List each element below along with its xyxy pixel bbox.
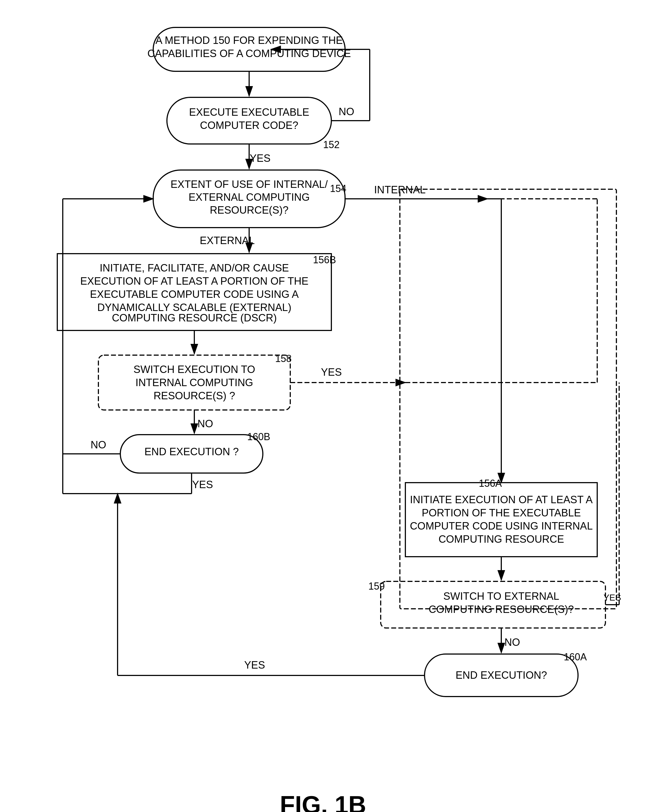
svg-text:NO: NO	[197, 418, 213, 429]
svg-text:NO: NO	[90, 439, 106, 450]
svg-text:COMPUTING RESOURCE (DSCR): COMPUTING RESOURCE (DSCR)	[112, 312, 277, 324]
svg-text:156B: 156B	[313, 254, 336, 266]
svg-text:A METHOD 150 FOR EXPENDING THE: A METHOD 150 FOR EXPENDING THE	[155, 35, 343, 46]
svg-text:COMPUTER CODE?: COMPUTER CODE?	[200, 119, 298, 131]
svg-text:END EXECUTION ?: END EXECUTION ?	[144, 446, 238, 458]
svg-text:INITIATE, FACILITATE, AND/OR C: INITIATE, FACILITATE, AND/OR CAUSE	[99, 262, 289, 274]
svg-text:EXTERNAL COMPUTING: EXTERNAL COMPUTING	[189, 191, 310, 203]
svg-text:160A: 160A	[564, 651, 587, 662]
svg-text:RESOURCE(S)?: RESOURCE(S)?	[210, 204, 288, 216]
svg-text:END EXECUTION?: END EXECUTION?	[456, 669, 547, 681]
svg-text:PORTION OF THE EXECUTABLE: PORTION OF THE EXECUTABLE	[422, 507, 581, 519]
svg-text:158: 158	[275, 353, 291, 364]
svg-text:154: 154	[330, 183, 346, 194]
svg-text:COMPUTING RESOURCE: COMPUTING RESOURCE	[438, 533, 564, 545]
svg-text:EXTERNAL: EXTERNAL	[200, 235, 254, 246]
diagram-container: A METHOD 150 FOR EXPENDING THE CAPABILIT…	[22, 17, 625, 780]
svg-text:EXECUTABLE COMPUTER CODE USING: EXECUTABLE COMPUTER CODE USING A	[90, 288, 299, 300]
svg-text:YES: YES	[321, 366, 341, 378]
svg-text:EXECUTION OF AT LEAST A PORTIO: EXECUTION OF AT LEAST A PORTION OF THE	[80, 275, 308, 287]
svg-text:156A: 156A	[478, 478, 501, 489]
svg-text:INITIATE  EXECUTION OF AT LEAS: INITIATE EXECUTION OF AT LEAST A	[410, 494, 593, 505]
svg-text:NO: NO	[338, 106, 354, 118]
svg-text:YES: YES	[192, 479, 213, 490]
svg-text:DYNAMICALLY SCALABLE (EXTERNAL: DYNAMICALLY SCALABLE (EXTERNAL)	[97, 302, 291, 313]
svg-text:159: 159	[368, 580, 384, 592]
flowchart-svg: A METHOD 150 FOR EXPENDING THE CAPABILIT…	[22, 17, 625, 779]
svg-text:EXTENT OF USE OF INTERNAL/: EXTENT OF USE OF INTERNAL/	[171, 179, 328, 190]
figure-label: FIG. 1B	[280, 791, 366, 812]
svg-text:152: 152	[323, 139, 339, 150]
svg-text:SWITCH TO EXTERNAL: SWITCH TO EXTERNAL	[443, 591, 559, 602]
svg-text:COMPUTER CODE USING INTERNAL: COMPUTER CODE USING INTERNAL	[410, 520, 593, 532]
svg-text:NO: NO	[504, 636, 520, 648]
svg-text:YES: YES	[603, 592, 621, 603]
svg-text:SWITCH EXECUTION TO: SWITCH EXECUTION TO	[133, 364, 255, 375]
svg-text:RESOURCE(S) ?: RESOURCE(S) ?	[154, 390, 235, 401]
svg-text:YES: YES	[250, 153, 270, 164]
svg-text:EXECUTE EXECUTABLE: EXECUTE EXECUTABLE	[189, 107, 309, 118]
svg-text:YES: YES	[244, 659, 265, 671]
svg-text:INTERNAL COMPUTING: INTERNAL COMPUTING	[136, 377, 253, 388]
svg-text:160B: 160B	[247, 431, 270, 442]
